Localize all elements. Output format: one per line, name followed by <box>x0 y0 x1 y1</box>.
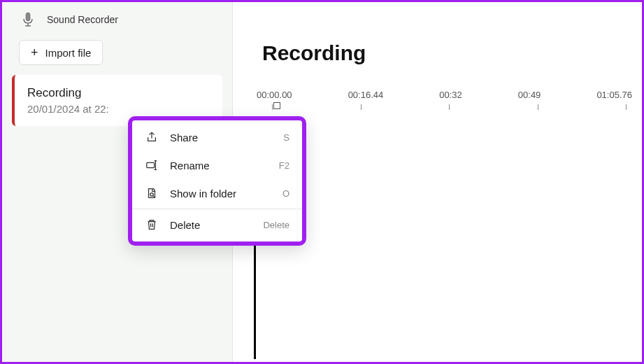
timeline-ticks <box>254 104 635 110</box>
tick <box>626 104 627 110</box>
waveform[interactable] <box>485 303 638 331</box>
menu-shortcut: F2 <box>279 160 289 171</box>
timeline[interactable]: 00:00.00 00:16.44 00:32 00:49 01:05.76 <box>254 90 635 110</box>
menu-shortcut: S <box>283 132 289 143</box>
page-title: Recording <box>233 2 642 65</box>
menu-separator <box>132 209 302 209</box>
time-label: 01:05.76 <box>596 90 632 100</box>
app-header: Sound Recorder <box>2 2 232 34</box>
menu-shortcut: Delete <box>263 220 289 230</box>
import-file-label: Import file <box>45 47 92 59</box>
tick <box>272 104 273 110</box>
svg-point-7 <box>150 193 154 197</box>
tick <box>449 104 450 110</box>
plus-icon: + <box>31 46 38 59</box>
menu-label: Delete <box>170 219 252 231</box>
tick <box>361 104 362 110</box>
folder-icon <box>145 186 159 200</box>
delete-icon <box>145 218 159 232</box>
timeline-marker[interactable] <box>273 102 280 109</box>
time-labels: 00:00.00 00:16.44 00:32 00:49 01:05.76 <box>254 90 635 104</box>
svg-rect-3 <box>147 162 155 167</box>
time-label: 00:00.00 <box>257 90 292 100</box>
svg-rect-0 <box>26 13 30 21</box>
context-menu: Share S Rename F2 Show in folder O <box>128 116 306 246</box>
menu-shortcut: O <box>282 188 289 199</box>
import-file-button[interactable]: + Import file <box>19 40 103 65</box>
menu-item-show-in-folder[interactable]: Show in folder O <box>132 179 302 207</box>
menu-item-share[interactable]: Share S <box>132 123 302 151</box>
time-label: 00:16.44 <box>348 90 384 100</box>
microphone-icon <box>22 12 34 27</box>
menu-label: Rename <box>170 160 268 172</box>
menu-item-rename[interactable]: Rename F2 <box>132 151 302 179</box>
time-label: 00:32 <box>439 90 462 100</box>
rename-icon <box>145 158 159 172</box>
app-title: Sound Recorder <box>47 14 118 25</box>
share-icon <box>145 130 159 144</box>
menu-item-delete[interactable]: Delete Delete <box>132 211 302 239</box>
menu-label: Show in folder <box>170 188 271 200</box>
tick <box>538 104 538 110</box>
time-label: 00:49 <box>518 90 541 100</box>
recording-item-subtitle: 20/01/2024 at 22: <box>27 103 210 115</box>
menu-label: Share <box>170 132 272 144</box>
recording-item-title: Recording <box>27 86 210 100</box>
